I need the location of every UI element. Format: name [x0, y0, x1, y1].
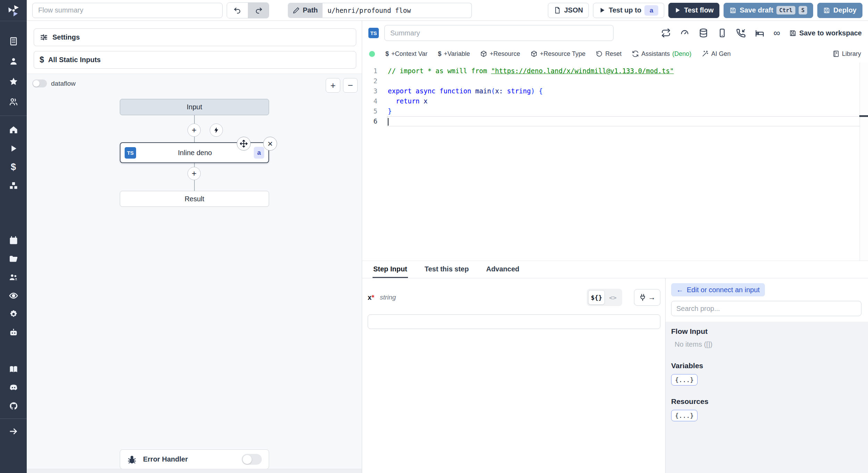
bed-icon[interactable] — [755, 28, 765, 38]
path-chip[interactable]: Path — [288, 3, 323, 18]
json-button[interactable]: JSON — [548, 3, 589, 18]
settings-gear-icon[interactable] — [9, 309, 18, 319]
variables-title: Variables — [671, 362, 862, 370]
workers-bot-icon[interactable] — [9, 328, 18, 337]
all-static-inputs-button[interactable]: $ All Static Inputs — [34, 51, 356, 69]
variables-dollar-icon[interactable]: $ — [11, 162, 16, 172]
template-mode-button[interactable]: ${} — [588, 290, 605, 305]
deploy-label: Deploy — [833, 6, 857, 14]
zoom-in-button[interactable]: + — [326, 78, 340, 93]
tab-test-this-step[interactable]: Test this step — [424, 261, 469, 278]
resources-boxes-icon[interactable] — [9, 181, 18, 191]
play-icon — [599, 7, 606, 14]
connect-input-button[interactable]: → — [634, 289, 660, 306]
arrow-right: → — [648, 293, 656, 302]
delete-step-button[interactable]: × — [263, 137, 277, 151]
ai-gen-button[interactable]: AI Gen — [702, 50, 731, 58]
flow-settings-label: Settings — [52, 33, 80, 41]
users-group-icon[interactable] — [9, 97, 18, 107]
flow-graph[interactable]: dataflow + − Input + TS Inline deno — [27, 74, 362, 469]
editor-scrollbar[interactable] — [860, 62, 868, 261]
flow-panel-bottom-strip — [27, 469, 362, 473]
step-id-badge: a — [254, 147, 264, 159]
edit-or-connect-button[interactable]: ← Edit or connect an input — [671, 283, 765, 296]
github-icon[interactable] — [9, 401, 18, 411]
discord-icon[interactable] — [9, 383, 18, 392]
save-draft-label: Save draft — [740, 6, 773, 14]
editor-toolbar: $ +Context Var $ +Variable +Resource +Re… — [362, 45, 868, 62]
assistants-button[interactable]: Assistants (Deno) — [632, 50, 691, 58]
workspace-building-icon[interactable] — [9, 36, 18, 46]
infinity-icon[interactable]: ∞ — [774, 28, 780, 38]
reset-button[interactable]: Reset — [596, 50, 621, 58]
topbar: Path JSON Test up to a Test flow — [27, 0, 868, 21]
audit-eye-icon[interactable] — [9, 291, 18, 301]
tab-step-input[interactable]: Step Input — [373, 261, 408, 278]
flow-settings-button[interactable]: Settings — [34, 28, 356, 46]
expand-arrow-icon[interactable] — [9, 426, 18, 436]
dollar-icon: $ — [40, 55, 44, 65]
star-icon[interactable] — [9, 77, 18, 86]
scrollbar-cursor-mark — [859, 115, 868, 117]
step-arg-input[interactable] — [368, 314, 660, 329]
home-icon[interactable] — [9, 125, 18, 135]
smartphone-icon[interactable] — [717, 28, 727, 38]
undo-arc-icon — [596, 50, 603, 57]
plug-icon — [639, 294, 646, 301]
zoom-out-button[interactable]: − — [343, 78, 358, 93]
lang-ready-dot — [369, 51, 375, 57]
required-star: * — [372, 294, 374, 302]
runs-play-icon[interactable] — [9, 144, 18, 153]
step-summary-input[interactable] — [384, 25, 614, 41]
save-to-workspace-button[interactable]: Save to workspace — [789, 29, 862, 37]
search-prop-input[interactable] — [671, 301, 861, 316]
redo-button[interactable] — [248, 3, 269, 18]
add-variable-button[interactable]: $ +Variable — [438, 50, 470, 58]
user-icon[interactable] — [9, 57, 18, 66]
plus-icon: + — [192, 126, 197, 134]
result-node-label: Result — [185, 195, 205, 203]
dataflow-toggle[interactable] — [32, 79, 47, 87]
dollar-icon: $ — [385, 50, 389, 58]
trigger-bolt-button[interactable] — [210, 124, 223, 137]
groups-admin-icon[interactable] — [9, 272, 18, 282]
error-handler-toggle[interactable] — [242, 454, 262, 465]
step-node-label: Inline deno — [178, 149, 212, 157]
code-editor[interactable]: 123456 // import * as wmill from "https:… — [362, 62, 868, 261]
variables-object-chip[interactable]: {...} — [671, 374, 698, 386]
test-flow-button[interactable]: Test flow — [668, 3, 719, 18]
result-node[interactable]: Result — [120, 191, 269, 207]
resources-object-chip[interactable]: {...} — [671, 410, 698, 421]
save-draft-button[interactable]: Save draft Ctrl S — [724, 3, 813, 18]
flow-summary-input[interactable] — [32, 3, 223, 18]
repeat-icon[interactable] — [661, 28, 671, 38]
add-resource-type-button[interactable]: +Resource Type — [531, 50, 585, 58]
library-button[interactable]: Library — [833, 50, 861, 58]
schedules-calendar-icon[interactable] — [9, 236, 18, 245]
docs-book-icon[interactable] — [9, 364, 18, 374]
test-up-to-button[interactable]: Test up to a — [593, 3, 664, 18]
assistants-label: Assistants — [641, 50, 670, 58]
phone-incoming-icon[interactable] — [736, 28, 746, 38]
folders-icon[interactable] — [9, 254, 18, 264]
reset-label: Reset — [605, 50, 621, 58]
add-resource-button[interactable]: +Resource — [480, 50, 520, 58]
add-step-button-bottom[interactable]: + — [187, 167, 201, 180]
undo-button[interactable] — [227, 3, 248, 18]
windmill-logo[interactable] — [0, 0, 27, 21]
tab-advanced[interactable]: Advanced — [485, 261, 520, 278]
deploy-button[interactable]: Deploy — [817, 3, 862, 18]
path-input[interactable] — [323, 3, 472, 18]
database-icon[interactable] — [699, 28, 708, 38]
move-step-handle[interactable] — [237, 137, 251, 151]
gauge-icon[interactable] — [680, 28, 690, 38]
input-node[interactable]: Input — [120, 99, 269, 115]
windmill-flow-editor: $ — [0, 0, 868, 473]
dollar-icon: $ — [438, 50, 441, 58]
code-mode-button[interactable]: <> — [605, 290, 621, 304]
add-step-button-top[interactable]: + — [187, 124, 201, 137]
test-flow-label: Test flow — [684, 6, 713, 14]
code-body[interactable]: // import * as wmill from "https://deno.… — [387, 66, 860, 261]
add-context-var-button[interactable]: $ +Context Var — [385, 50, 427, 58]
error-handler-card[interactable]: Error Handler — [120, 449, 269, 469]
